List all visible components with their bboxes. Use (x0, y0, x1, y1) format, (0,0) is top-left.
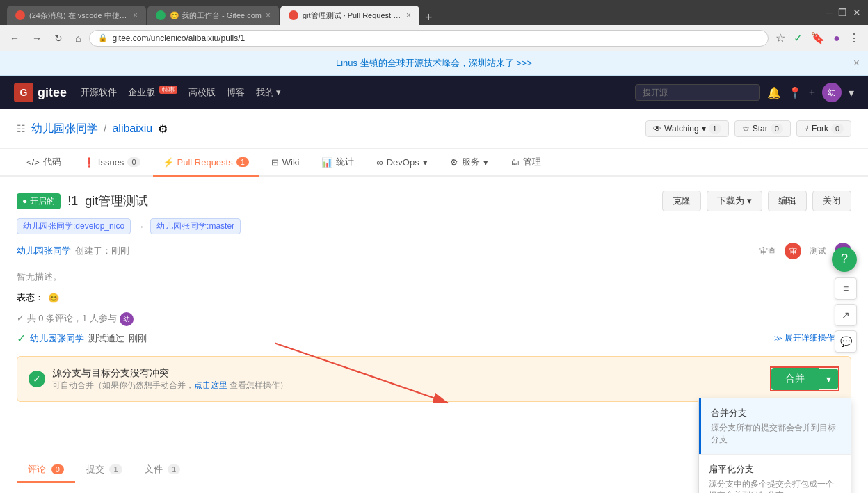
fork-button[interactable]: ⑂ Fork 0 (796, 120, 851, 137)
source-branch-tag[interactable]: 幼儿园张同学:develop_nico (17, 218, 131, 234)
minimize-button[interactable]: ─ (826, 7, 833, 18)
target-branch-tag[interactable]: 幼儿园张同学:master (150, 218, 241, 234)
tab-3[interactable]: git管理测试 · Pull Request !1 ·... × (280, 6, 419, 25)
download-arrow-icon: ▾ (747, 195, 752, 206)
tab-commits-label: 提交 (86, 464, 104, 474)
side-comment-action[interactable]: 💬 (835, 330, 857, 353)
pr-meta: 幼儿园张同学 创建于：刚刚 审查 审 测试 测 (17, 243, 851, 259)
add-icon[interactable]: + (809, 86, 815, 99)
tab-files[interactable]: 文件 1 (134, 458, 192, 483)
tab-3-close[interactable]: × (406, 10, 411, 20)
avatar-dropdown-icon[interactable]: ▾ (849, 86, 854, 99)
nav-opensource[interactable]: 开源软件 (81, 86, 117, 99)
pr-icon: ⚡ (163, 157, 174, 168)
user-avatar[interactable]: 幼 (822, 83, 842, 102)
nav-pull-requests[interactable]: ⚡ Pull Requests 1 (153, 149, 259, 177)
pr-comments: ✓ 共 0 条评论，1 人参与 幼 (17, 312, 851, 326)
merge-branch-option[interactable]: 合并分支 源分支所有的提交都会合并到目标分支 (699, 398, 851, 454)
services-dropdown-icon: ▾ (483, 157, 488, 168)
url-bar[interactable]: 🔒 gitee.com/unclenico/alibaixiu/pulls/1 (89, 30, 769, 47)
side-list-action[interactable]: ≡ (835, 277, 857, 300)
nav-blog[interactable]: 博客 (227, 86, 245, 99)
close-pr-button[interactable]: 关闭 (812, 191, 851, 211)
reviewer-avatar[interactable]: 审 (785, 243, 801, 259)
tab-1[interactable]: (24条消息) 在 vscode 中使用 Gi... × (7, 6, 146, 25)
help-button[interactable]: ? (832, 247, 857, 272)
nav-manage[interactable]: 🗂 管理 (501, 149, 551, 177)
bookmark-icon[interactable]: ☆ (773, 29, 788, 47)
nav-wiki[interactable]: ⊞ Wiki (262, 149, 310, 177)
branch-row: 幼儿园张同学:develop_nico → 幼儿园张同学:master (17, 218, 851, 234)
pr-author-link[interactable]: 幼儿园张同学 (17, 245, 71, 257)
participant-avatar: 幼 (120, 312, 134, 326)
tab-commits[interactable]: 提交 1 (75, 458, 134, 483)
watching-button[interactable]: 👁 Watching ▾ 1 (645, 120, 729, 137)
pr-status-badge: ● 开启的 (17, 193, 61, 209)
edit-button[interactable]: 编辑 (768, 191, 807, 211)
forward-button[interactable]: → (28, 30, 46, 47)
tab-2-icon (156, 10, 166, 20)
extension-icon-bookmark[interactable]: 🔖 (808, 29, 828, 47)
nav-mine-label: 我的 (256, 87, 274, 97)
repo-actions: 👁 Watching ▾ 1 ☆ Star 0 ⑂ Fork 0 (645, 120, 851, 137)
promo-banner: Linus 坐镇的全球开源技术峰会，深圳站来了 >>> × (0, 51, 868, 76)
clone-button[interactable]: 克隆 (662, 191, 701, 211)
refresh-button[interactable]: ↻ (50, 30, 67, 47)
side-expand-action[interactable]: ↗ (835, 304, 857, 326)
squash-merge-option[interactable]: 扁平化分支 源分支中的多个提交会打包成一个提交合并到目标分支 (699, 455, 851, 493)
maximize-button[interactable]: ❐ (838, 7, 847, 18)
repo-settings-icon[interactable]: ⚙ (158, 122, 168, 136)
tab-2-close[interactable]: × (266, 10, 271, 20)
download-button[interactable]: 下载为 ▾ (707, 191, 762, 211)
nav-issues[interactable]: ❗ Issues 0 (74, 149, 150, 177)
merge-check-icon: ✓ (29, 371, 45, 387)
search-input[interactable] (635, 84, 760, 101)
menu-icon[interactable]: ⋮ (846, 29, 862, 47)
repo-name-link[interactable]: alibaixiu (112, 122, 152, 135)
merge-section: ✓ 源分支与目标分支没有冲突 可自动合并（如果你仍然想手动合并，点击这里 查看怎… (17, 356, 851, 402)
tab-2[interactable]: 😊 我的工作台 - Gitee.com × (147, 6, 279, 25)
wiki-icon: ⊞ (271, 157, 279, 168)
location-icon[interactable]: 📍 (788, 86, 802, 99)
services-icon: ⚙ (450, 157, 458, 168)
merge-wrapper: ✓ 源分支与目标分支没有冲突 可自动合并（如果你仍然想手动合并，点击这里 查看怎… (17, 356, 851, 402)
profile-avatar-icon[interactable]: ● (830, 29, 843, 47)
header-nav: 开源软件 企业版 特惠 高校版 博客 我的 ▾ (81, 86, 281, 99)
emoji-icon: 😊 (48, 293, 59, 303)
notification-bell-icon[interactable]: 🔔 (767, 86, 781, 99)
star-count: 0 (771, 124, 783, 134)
nav-enterprise[interactable]: 企业版 特惠 (128, 86, 177, 99)
nav-services[interactable]: ⚙ 服务 ▾ (440, 149, 498, 177)
merge-title: 源分支与目标分支没有冲突 (52, 367, 288, 380)
repo-owner-link[interactable]: 幼儿园张同学 (31, 122, 98, 136)
tab-2-title: 😊 我的工作台 - Gitee.com (170, 10, 262, 21)
tab-comments-label: 评论 (28, 464, 46, 474)
nav-code[interactable]: </> 代码 (17, 149, 71, 177)
star-button[interactable]: ☆ Star 0 (734, 120, 791, 137)
nav-stats[interactable]: 📊 统计 (312, 149, 364, 177)
comments-check-icon: ✓ (17, 313, 24, 323)
test-author-name[interactable]: 幼儿园张同学 (30, 332, 84, 345)
manual-merge-link[interactable]: 点击这里 (194, 380, 227, 390)
squash-merge-title: 扁平化分支 (709, 463, 841, 476)
nav-mine[interactable]: 我的 ▾ (256, 86, 282, 99)
tab-files-count: 1 (168, 464, 180, 474)
home-button[interactable]: ⌂ (71, 30, 85, 47)
tab-1-close[interactable]: × (133, 10, 138, 20)
merge-button[interactable]: 合并 (771, 368, 819, 390)
close-window-button[interactable]: ✕ (853, 7, 861, 18)
new-tab-button[interactable]: + (421, 10, 437, 25)
browser-tabs: (24条消息) 在 vscode 中使用 Gi... × 😊 我的工作台 - G… (7, 0, 437, 25)
extension-icon-green[interactable]: ✓ (791, 29, 805, 47)
back-button[interactable]: ← (6, 30, 24, 47)
code-icon: </> (26, 157, 40, 168)
merge-dropdown-button[interactable]: ▾ (819, 369, 838, 389)
nav-devops-label: DevOps (387, 157, 419, 168)
gitee-logo[interactable]: G gitee (14, 83, 67, 102)
header-search: 🔔 📍 + 幼 ▾ (635, 83, 854, 102)
banner-close-button[interactable]: × (853, 57, 860, 70)
pr-description: 暂无描述。 (17, 270, 851, 283)
nav-education[interactable]: 高校版 (188, 86, 216, 99)
nav-devops[interactable]: ∞ DevOps ▾ (367, 149, 437, 177)
tab-comments[interactable]: 评论 0 (17, 458, 75, 483)
